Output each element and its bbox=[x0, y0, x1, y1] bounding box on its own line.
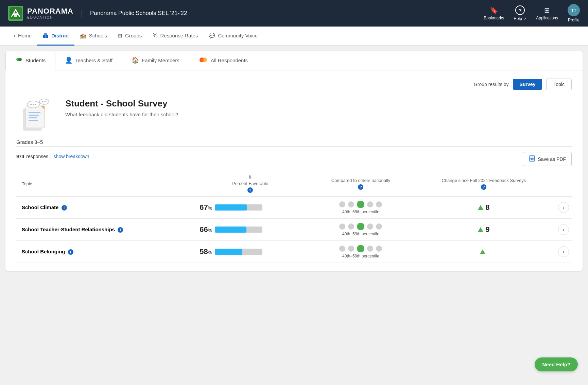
change-help-icon[interactable]: ? bbox=[481, 184, 486, 190]
nav-bookmarks[interactable]: 🔖 Bookmarks bbox=[484, 6, 504, 20]
svg-rect-1 bbox=[14, 13, 17, 17]
row-chevron[interactable]: › bbox=[555, 241, 572, 263]
nav-help[interactable]: ? Help ↗ bbox=[514, 5, 526, 21]
change-value-container: 8 bbox=[415, 203, 553, 212]
survey-subtitle: What feedback did students have for thei… bbox=[65, 112, 178, 117]
row-chevron[interactable]: › bbox=[555, 197, 572, 219]
nav-schools[interactable]: 🏫 Schools bbox=[74, 27, 113, 46]
nav-groups[interactable]: ⊞ Groups bbox=[113, 27, 147, 46]
percent-value: 66% bbox=[194, 225, 212, 234]
response-count: 974 bbox=[16, 154, 24, 159]
logo-text: PANORAMA EDUCATION bbox=[27, 7, 73, 20]
logo-icon bbox=[8, 6, 23, 21]
home-chevron-icon: ‹ bbox=[14, 33, 15, 38]
group-by-topic-button[interactable]: Topic bbox=[546, 79, 572, 90]
percentile-label: 40th–59th percentile bbox=[312, 254, 409, 258]
family-icon: 🏠 bbox=[132, 56, 139, 64]
topic-name: School Teacher-Student Relationships bbox=[22, 227, 115, 232]
schools-icon: 🏫 bbox=[80, 33, 86, 39]
svg-point-19 bbox=[35, 104, 36, 105]
col-header-percent[interactable]: ⇅ Percent Favorable ? bbox=[191, 171, 309, 197]
pdf-icon: PDF bbox=[529, 155, 535, 163]
help-label: Help ↗ bbox=[514, 16, 526, 21]
topic-info-icon[interactable]: i bbox=[62, 205, 67, 211]
tab-all-respondents[interactable]: All Respondents bbox=[189, 51, 257, 70]
col-header-compared: Compared to others nationally ? bbox=[309, 171, 412, 197]
grades-line: Grades 3–5 bbox=[16, 139, 572, 145]
save-pdf-button[interactable]: PDF Save as PDF bbox=[523, 152, 572, 166]
percent-bar: 58% bbox=[194, 247, 307, 256]
percentile-dot bbox=[339, 201, 345, 207]
tab-students[interactable]: Students bbox=[5, 51, 55, 70]
svg-point-18 bbox=[33, 104, 34, 105]
percent-value: 58% bbox=[194, 247, 212, 256]
responses-line: 974 responses | show breakdown bbox=[16, 154, 89, 159]
nav-home[interactable]: ‹ Home bbox=[8, 27, 37, 46]
percentile-dot bbox=[348, 201, 354, 207]
change-header-label: Change since Fall 2021 Feedback Surveys bbox=[442, 178, 526, 183]
percentile-dot bbox=[367, 201, 373, 207]
students-icon bbox=[15, 57, 23, 64]
dots-container bbox=[312, 201, 409, 208]
percentile-dot bbox=[348, 223, 354, 230]
compared-help-icon[interactable]: ? bbox=[358, 184, 363, 190]
row-expand-button[interactable]: › bbox=[558, 202, 569, 213]
content-area: Group results by Survey Topic bbox=[5, 70, 583, 271]
nav-community-voice[interactable]: 💬 Community Voice bbox=[203, 27, 263, 46]
nav-response-rates[interactable]: % Response Rates bbox=[147, 27, 203, 46]
applications-label: Applications bbox=[536, 16, 558, 20]
percentile-dot bbox=[348, 246, 354, 252]
table-row: School Climate i 67% 40th–59th percentil… bbox=[16, 197, 572, 219]
group-by-survey-button[interactable]: Survey bbox=[513, 79, 542, 90]
topic-info-icon[interactable]: i bbox=[68, 249, 73, 255]
percentile-dot bbox=[339, 246, 345, 252]
teachers-icon: 👤 bbox=[65, 56, 72, 64]
row-expand-button[interactable]: › bbox=[558, 246, 569, 257]
svg-text:PDF: PDF bbox=[530, 158, 535, 160]
compared-cell: 40th–59th percentile bbox=[309, 219, 412, 241]
percentile-dot bbox=[376, 246, 382, 252]
show-breakdown-link[interactable]: show breakdown bbox=[54, 154, 89, 159]
sort-icon: ⇅ bbox=[248, 175, 252, 180]
svg-point-8 bbox=[202, 57, 207, 62]
col-header-change: Change since Fall 2021 Feedback Surveys … bbox=[412, 171, 555, 197]
percent-bar: 66% bbox=[194, 225, 307, 234]
topic-info-icon[interactable]: i bbox=[118, 227, 123, 233]
percent-cell: 67% bbox=[191, 197, 309, 219]
nav-applications[interactable]: ⊞ Applications bbox=[536, 6, 558, 20]
percent-value: 67% bbox=[194, 203, 212, 212]
compared-cell: 40th–59th percentile bbox=[309, 241, 412, 263]
svg-rect-13 bbox=[29, 117, 37, 118]
bar-track bbox=[215, 227, 262, 233]
app-header: PANORAMA EDUCATION Panorama Public Schoo… bbox=[0, 0, 588, 27]
percentile-label: 40th–59th percentile bbox=[312, 232, 409, 236]
row-chevron[interactable]: › bbox=[555, 219, 572, 241]
percentile-dot bbox=[376, 201, 382, 207]
percent-bar: 67% bbox=[194, 203, 307, 212]
bar-track bbox=[215, 204, 262, 211]
main-content: Students 👤 Teachers & Staff 🏠 Family Mem… bbox=[5, 51, 583, 271]
percentile-label: 40th–59th percentile bbox=[312, 210, 409, 214]
help-icon: ? bbox=[515, 5, 525, 15]
logo-sub: EDUCATION bbox=[27, 16, 73, 20]
separator: | bbox=[50, 154, 52, 159]
table-row: School Teacher-Student Relationships i 6… bbox=[16, 219, 572, 241]
nav-district[interactable]: District bbox=[37, 27, 74, 46]
percent-help-icon[interactable]: ? bbox=[247, 187, 253, 193]
svg-point-17 bbox=[30, 104, 32, 105]
svg-point-22 bbox=[44, 101, 45, 102]
group-results-bar: Group results by Survey Topic bbox=[16, 79, 572, 90]
topic-cell: School Teacher-Student Relationships i bbox=[16, 219, 191, 241]
row-expand-button[interactable]: › bbox=[558, 224, 569, 235]
svg-point-21 bbox=[42, 101, 43, 102]
svg-point-6 bbox=[18, 58, 22, 61]
nav-profile[interactable]: TT Profile bbox=[568, 4, 580, 22]
tab-family[interactable]: 🏠 Family Members bbox=[122, 51, 189, 70]
change-value-container bbox=[415, 249, 553, 254]
logo-name: PANORAMA bbox=[27, 7, 73, 16]
nav-home-label: Home bbox=[18, 33, 32, 38]
tab-teachers[interactable]: 👤 Teachers & Staff bbox=[55, 51, 122, 70]
dots-container bbox=[312, 223, 409, 230]
district-icon bbox=[42, 32, 49, 39]
arrow-up-icon bbox=[480, 249, 485, 254]
